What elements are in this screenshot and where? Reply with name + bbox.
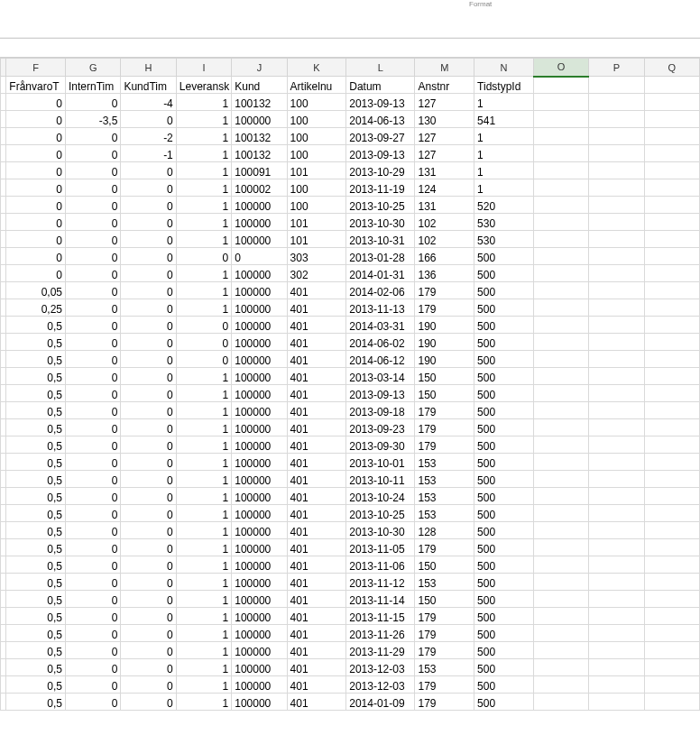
cell-L[interactable]: 2013-10-01 bbox=[346, 454, 415, 471]
cell-J[interactable]: 100000 bbox=[232, 334, 287, 351]
cell-P[interactable] bbox=[589, 317, 644, 334]
cell-O[interactable] bbox=[533, 231, 588, 248]
cell-N[interactable]: 500 bbox=[474, 419, 534, 436]
cell-K[interactable]: 401 bbox=[287, 608, 346, 625]
cell-I[interactable]: 1 bbox=[176, 488, 231, 505]
cell-I[interactable]: 1 bbox=[176, 402, 231, 419]
cell-K[interactable]: 101 bbox=[287, 214, 346, 231]
col-head-O[interactable]: O bbox=[533, 59, 588, 77]
cell-M[interactable]: 179 bbox=[415, 625, 474, 642]
cell-Q[interactable] bbox=[644, 676, 699, 694]
cell-K[interactable]: 100 bbox=[287, 145, 346, 162]
cell-J[interactable]: 100000 bbox=[232, 197, 287, 214]
cell-O[interactable] bbox=[533, 317, 588, 334]
cell-Q[interactable] bbox=[644, 317, 699, 334]
cell-L[interactable]: 2013-03-14 bbox=[346, 368, 415, 385]
cell-M[interactable]: 179 bbox=[415, 436, 474, 454]
cell-H[interactable]: 0 bbox=[121, 625, 176, 642]
cell-L[interactable]: 2014-02-06 bbox=[346, 282, 415, 299]
cell-H[interactable]: 0 bbox=[121, 419, 176, 436]
col-head-J[interactable]: J bbox=[232, 59, 287, 77]
cell-F[interactable]: 0,5 bbox=[6, 539, 66, 556]
table-row[interactable]: 0,50011000004012013-10-30128500 bbox=[1, 522, 700, 539]
table-row[interactable]: 0,50001000004012014-03-31190500 bbox=[1, 317, 700, 334]
cell-H[interactable]: 0 bbox=[121, 248, 176, 265]
cell-L[interactable]: 2013-10-11 bbox=[346, 471, 415, 488]
cell-L[interactable]: 2013-09-23 bbox=[346, 419, 415, 436]
cell-J[interactable]: 100132 bbox=[232, 128, 287, 145]
cell-L[interactable]: 2013-01-28 bbox=[346, 248, 415, 265]
cell-J[interactable]: 100000 bbox=[232, 591, 287, 608]
cell-Q[interactable] bbox=[644, 214, 699, 231]
cell-J[interactable]: 100000 bbox=[232, 419, 287, 436]
cell-Q[interactable] bbox=[644, 436, 699, 454]
cell-F[interactable]: 0 bbox=[6, 248, 66, 265]
cell-Q[interactable] bbox=[644, 419, 699, 436]
cell-M[interactable]: 179 bbox=[415, 282, 474, 299]
cell-M[interactable]: 153 bbox=[415, 471, 474, 488]
cell-I[interactable]: 1 bbox=[176, 145, 231, 162]
cell-L[interactable]: 2013-11-14 bbox=[346, 591, 415, 608]
cell-G[interactable]: 0 bbox=[65, 402, 120, 419]
table-row[interactable]: 0,50011000004012013-12-03179500 bbox=[1, 676, 700, 694]
cell-K[interactable]: 100 bbox=[287, 197, 346, 214]
cell-P[interactable] bbox=[589, 128, 644, 145]
cell-N[interactable]: 500 bbox=[474, 676, 534, 694]
cell-M[interactable]: 179 bbox=[415, 299, 474, 317]
cell-L[interactable]: 2013-09-18 bbox=[346, 402, 415, 419]
cell-G[interactable]: 0 bbox=[65, 608, 120, 625]
table-row[interactable]: 0,50011000004012013-10-25153500 bbox=[1, 505, 700, 522]
cell-P[interactable] bbox=[589, 265, 644, 282]
cell-I[interactable]: 1 bbox=[176, 522, 231, 539]
table-row[interactable]: 00011000021002013-11-191241 bbox=[1, 179, 700, 197]
cell-F[interactable]: 0 bbox=[6, 179, 66, 197]
cell-O[interactable] bbox=[533, 608, 588, 625]
cell-L[interactable]: 2013-10-24 bbox=[346, 488, 415, 505]
cell-J[interactable]: 100132 bbox=[232, 145, 287, 162]
cell-F[interactable]: 0,5 bbox=[6, 676, 66, 694]
cell-P[interactable] bbox=[589, 574, 644, 591]
cell-H[interactable]: 0 bbox=[121, 351, 176, 368]
cell-M[interactable]: 150 bbox=[415, 591, 474, 608]
cell-K[interactable]: 401 bbox=[287, 591, 346, 608]
table-row[interactable]: 0,50001000004012014-06-12190500 bbox=[1, 351, 700, 368]
cell-M[interactable]: 150 bbox=[415, 368, 474, 385]
header-G[interactable]: InternTim bbox=[65, 77, 120, 94]
cell-O[interactable] bbox=[533, 556, 588, 574]
cell-O[interactable] bbox=[533, 162, 588, 179]
cell-H[interactable]: 0 bbox=[121, 522, 176, 539]
cell-L[interactable]: 2013-12-03 bbox=[346, 676, 415, 694]
cell-G[interactable]: 0 bbox=[65, 642, 120, 659]
cell-F[interactable]: 0,5 bbox=[6, 591, 66, 608]
cell-J[interactable]: 100000 bbox=[232, 231, 287, 248]
cell-P[interactable] bbox=[589, 436, 644, 454]
cell-M[interactable]: 153 bbox=[415, 454, 474, 471]
cell-K[interactable]: 401 bbox=[287, 351, 346, 368]
cell-I[interactable]: 0 bbox=[176, 351, 231, 368]
cell-H[interactable]: 0 bbox=[121, 454, 176, 471]
col-head-M[interactable]: M bbox=[415, 59, 474, 77]
cell-F[interactable]: 0,5 bbox=[6, 488, 66, 505]
cell-H[interactable]: 0 bbox=[121, 214, 176, 231]
cell-K[interactable]: 401 bbox=[287, 282, 346, 299]
cell-O[interactable] bbox=[533, 676, 588, 694]
cell-P[interactable] bbox=[589, 111, 644, 128]
table-row[interactable]: 0,50011000004012013-11-12153500 bbox=[1, 574, 700, 591]
cell-I[interactable]: 0 bbox=[176, 334, 231, 351]
cell-G[interactable]: 0 bbox=[65, 659, 120, 676]
cell-P[interactable] bbox=[589, 591, 644, 608]
cell-Q[interactable] bbox=[644, 505, 699, 522]
cell-O[interactable] bbox=[533, 625, 588, 642]
cell-Q[interactable] bbox=[644, 642, 699, 659]
cell-F[interactable]: 0 bbox=[6, 128, 66, 145]
cell-L[interactable]: 2013-11-29 bbox=[346, 642, 415, 659]
cell-I[interactable]: 1 bbox=[176, 591, 231, 608]
cell-G[interactable]: -3,5 bbox=[65, 111, 120, 128]
cell-P[interactable] bbox=[589, 197, 644, 214]
cell-L[interactable]: 2014-03-31 bbox=[346, 317, 415, 334]
cell-G[interactable]: 0 bbox=[65, 471, 120, 488]
cell-J[interactable]: 100000 bbox=[232, 214, 287, 231]
cell-I[interactable]: 1 bbox=[176, 436, 231, 454]
cell-J[interactable]: 100000 bbox=[232, 299, 287, 317]
cell-M[interactable]: 124 bbox=[415, 179, 474, 197]
